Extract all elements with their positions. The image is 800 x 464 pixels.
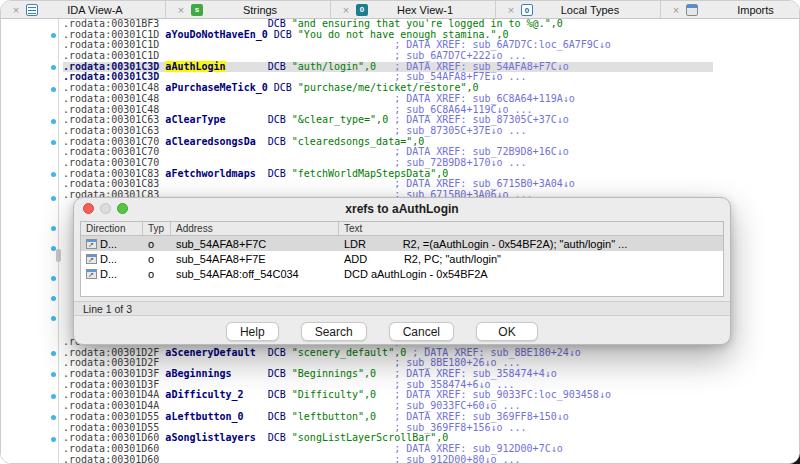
directive: DCB	[268, 61, 292, 72]
margin-dot-icon	[51, 246, 56, 251]
spacing	[159, 50, 394, 61]
tab-hex-view-1[interactable]: ×0Hex View-1	[331, 1, 496, 18]
spacing	[159, 178, 394, 189]
directive: DCB	[268, 347, 292, 358]
asm-line[interactable]: .rodata:00301D60 ; sub_912D00+80↓o ...	[63, 455, 799, 464]
xref-comment: ; DATA XREF: sub_9033FC:loc_903458↓o	[394, 389, 611, 400]
address: .rodata:00301BF3	[63, 18, 159, 29]
xref-comment: ; sub_72B9D8+170↓o ...	[394, 157, 526, 168]
imports-icon	[686, 4, 698, 16]
xref-comment: ; DATA XREF: sub_72B9D8+16C↓o	[394, 146, 569, 157]
address: .rodata:00301C70	[63, 157, 159, 168]
tab-close-icon[interactable]: ×	[11, 4, 21, 16]
xref-row[interactable]: D...osub_54AFA8:off_54C034DCD aAuthLogin…	[81, 266, 723, 281]
margin-dot-icon	[51, 226, 56, 231]
column-header-address[interactable]: Address	[171, 222, 339, 235]
margin-dot-icon	[51, 172, 56, 177]
column-header-text[interactable]: Text	[339, 222, 723, 235]
address: .rodata:00301D55	[63, 422, 159, 433]
direction-cell: D...	[100, 268, 117, 280]
margin-dot-icon	[51, 415, 56, 420]
search-button[interactable]: Search	[301, 322, 367, 341]
spacing	[159, 443, 394, 454]
margin-dot-icon	[51, 276, 56, 281]
tab-close-icon[interactable]: ×	[176, 4, 186, 16]
string-literal: "purchase/me/ticket/restore",0	[298, 82, 479, 93]
column-header-direction[interactable]: Direction	[81, 222, 143, 235]
margin-dot-icon	[51, 394, 56, 399]
spacing	[159, 125, 394, 136]
margin-dot-icon	[51, 316, 56, 321]
text-cell: LDR R2, =(aAuthLogin - 0x54BF2A); "auth/…	[339, 238, 723, 250]
address-current: .rodata:00301C3D	[63, 71, 159, 82]
address: .rodata:00301C63	[63, 125, 159, 136]
xref-comment: ; DATA XREF: sub_369FF8+150↓o	[394, 411, 569, 422]
xref-comment: ; DATA XREF: sub_8BE180+24↓o	[412, 347, 581, 358]
tab-strings[interactable]: ×sStrings	[166, 1, 331, 18]
string-literal: "auth/login",0	[292, 61, 376, 72]
spacing	[159, 71, 394, 82]
address: .rodata:00301C70	[63, 136, 159, 147]
address: .rodata:00301D2F	[63, 357, 159, 368]
xref-row[interactable]: D...osub_54AFA8+F7EADD R2, PC; "auth/log…	[81, 251, 723, 266]
xrefs-dialog: xrefs to aAuthLogin DirectionTypAddressT…	[73, 197, 731, 345]
directive: DCB	[268, 136, 292, 147]
margin-dot-icon	[51, 119, 56, 124]
xref-list-panel: DirectionTypAddressText D...osub_54AFA8+…	[80, 221, 724, 297]
symbol-name: aSonglistlayers	[165, 432, 255, 443]
status-bar: Line 1 of 3	[74, 301, 730, 316]
string-literal: "&clear_type=",0	[292, 114, 388, 125]
direction-cell: D...	[100, 253, 117, 265]
directive: DCB	[268, 168, 292, 179]
ida-view-icon	[26, 4, 38, 16]
help-button[interactable]: Help	[226, 322, 279, 341]
spacing	[159, 454, 394, 464]
xref-row[interactable]: D...osub_54AFA8+F7CLDR R2, =(aAuthLogin …	[81, 236, 723, 251]
symbol-name: aDifficulty_2	[165, 389, 243, 400]
symbol-name: aClearedsongsDa	[165, 136, 255, 147]
address: .rodata:00301C63	[63, 114, 159, 125]
tab-close-icon[interactable]: ×	[506, 4, 516, 16]
spacing	[159, 104, 394, 115]
xref-comment: ; DATA XREF: sub_358474+4↓o	[394, 368, 557, 379]
address: .rodata:00301D60	[63, 432, 159, 443]
tab-close-icon[interactable]: ×	[671, 4, 681, 16]
symbol-name: aFetchworldmaps	[165, 168, 255, 179]
column-header-typ[interactable]: Typ	[143, 222, 171, 235]
address: .rodata:00301C83	[63, 168, 159, 179]
margin-dot-icon	[51, 65, 56, 70]
address: .rodata:00301C83	[63, 178, 159, 189]
tab-close-icon[interactable]: ×	[341, 4, 351, 16]
directive: DCB	[274, 29, 298, 40]
asm-block-bottom: .rodata:00301D05 ; sub_747BB0+550↓o ....…	[63, 337, 799, 464]
address: .rodata:00301D60	[63, 443, 159, 454]
ok-button[interactable]: OK	[476, 322, 538, 341]
cancel-button[interactable]: Cancel	[389, 322, 454, 341]
xref-comment: ; DATA XREF: sub_87305C+37C↓o	[394, 114, 569, 125]
xref-comment: ; sub_9033FC+60↓o ...	[394, 400, 520, 411]
spacing	[226, 61, 268, 72]
xref-table-body: D...osub_54AFA8+F7CLDR R2, =(aAuthLogin …	[81, 236, 723, 281]
spacing	[256, 136, 268, 147]
address: .rodata:00301D3F	[63, 379, 159, 390]
symbol-name: aPurchaseMeTick_0	[165, 82, 267, 93]
string-literal: "clearedsongs_data=",0	[292, 136, 424, 147]
address: .rodata:00301C48	[63, 104, 159, 115]
spacing	[159, 157, 394, 168]
margin-dot-icon	[51, 196, 56, 201]
tab-local-types[interactable]: ×0Local Types	[496, 1, 661, 18]
type-cell: o	[143, 238, 171, 250]
xref-comment: ; sub_912D00+80↓o ...	[394, 454, 520, 464]
xref-table-header[interactable]: DirectionTypAddressText	[81, 222, 723, 236]
dialog-titlebar[interactable]: xrefs to aAuthLogin	[74, 198, 730, 219]
tab-imports[interactable]: ×Imports	[661, 1, 800, 18]
string-literal: "Beginnings",0	[292, 368, 376, 379]
string-literal: "songListLayerScrollBar",0	[292, 432, 449, 443]
splitter-handle[interactable]	[56, 249, 61, 262]
text-cell: ADD R2, PC; "auth/login"	[339, 253, 723, 265]
xref-comment: ; sub_6C8A64+119C↓o ...	[394, 104, 532, 115]
xref-comment: ; sub_87305C+37E↓o ...	[394, 125, 526, 136]
tab-label: Imports	[703, 4, 800, 16]
tab-ida-view-a[interactable]: ×IDA View-A	[1, 1, 166, 18]
address: .rodata:00301C48	[63, 82, 159, 93]
